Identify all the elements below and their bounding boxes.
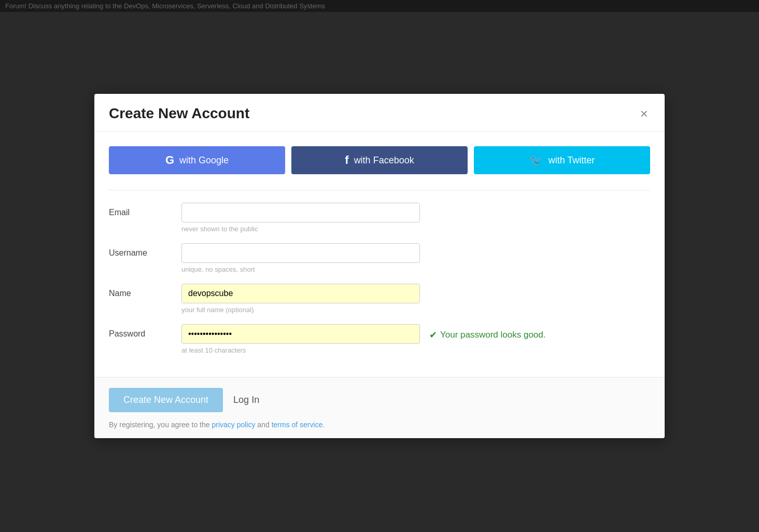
- name-label: Name: [109, 284, 181, 298]
- modal-title: Create New Account: [109, 105, 249, 122]
- modal-body: G with Google f with Facebook 🐦 with Twi…: [94, 132, 665, 377]
- google-label: with Google: [179, 155, 229, 166]
- email-row: Email never shown to the public: [109, 203, 650, 233]
- google-icon: G: [165, 153, 174, 167]
- twitter-signup-button[interactable]: 🐦 with Twitter: [474, 146, 650, 174]
- facebook-label: with Facebook: [354, 155, 414, 166]
- username-label: Username: [109, 243, 181, 258]
- email-hint: never shown to the public: [181, 225, 420, 233]
- terms-prefix: By registering, you agree to the: [109, 421, 212, 429]
- username-hint: unique, no spaces, short: [181, 265, 420, 273]
- registration-form: Email never shown to the public Username…: [109, 190, 650, 354]
- username-field-wrap: unique, no spaces, short: [181, 243, 420, 273]
- terms-and: and: [255, 421, 271, 429]
- email-label: Email: [109, 203, 181, 217]
- modal-footer: Create New Account Log In By registering…: [94, 377, 665, 438]
- footer-terms: By registering, you agree to the privacy…: [109, 421, 650, 429]
- username-row: Username unique, no spaces, short: [109, 243, 650, 273]
- password-row: Password at least 10 characters ✔ Your p…: [109, 324, 650, 354]
- modal-header: Create New Account ×: [94, 94, 665, 132]
- social-buttons-row: G with Google f with Facebook 🐦 with Twi…: [109, 146, 650, 174]
- name-hint: your full name (optional): [181, 306, 420, 314]
- password-hint: at least 10 characters: [181, 346, 420, 354]
- close-button[interactable]: ×: [638, 107, 650, 120]
- create-account-button[interactable]: Create New Account: [109, 388, 223, 412]
- username-input[interactable]: [181, 243, 420, 263]
- footer-actions: Create New Account Log In: [109, 388, 650, 412]
- terms-suffix: .: [322, 421, 325, 429]
- privacy-policy-link[interactable]: privacy policy: [212, 421, 255, 429]
- google-signup-button[interactable]: G with Google: [109, 146, 285, 174]
- twitter-icon: 🐦: [529, 153, 543, 167]
- twitter-label: with Twitter: [549, 155, 595, 166]
- password-field-wrap: at least 10 characters: [181, 324, 420, 354]
- login-button[interactable]: Log In: [233, 395, 259, 405]
- facebook-icon: f: [345, 153, 348, 167]
- checkmark-icon: ✔: [429, 329, 437, 341]
- facebook-signup-button[interactable]: f with Facebook: [291, 146, 468, 174]
- modal-overlay: Create New Account × G with Google f wit…: [0, 0, 759, 532]
- terms-of-service-link[interactable]: terms of service: [272, 421, 323, 429]
- name-field-wrap: your full name (optional): [181, 284, 420, 314]
- password-label: Password: [109, 324, 181, 339]
- name-row: Name your full name (optional): [109, 284, 650, 314]
- modal: Create New Account × G with Google f wit…: [94, 94, 665, 438]
- email-field-wrap: never shown to the public: [181, 203, 420, 233]
- password-input[interactable]: [181, 324, 420, 344]
- password-good-message: ✔ Your password looks good.: [429, 329, 546, 341]
- email-input[interactable]: [181, 203, 420, 222]
- password-validation: ✔ Your password looks good.: [429, 324, 546, 341]
- name-input[interactable]: [181, 284, 420, 303]
